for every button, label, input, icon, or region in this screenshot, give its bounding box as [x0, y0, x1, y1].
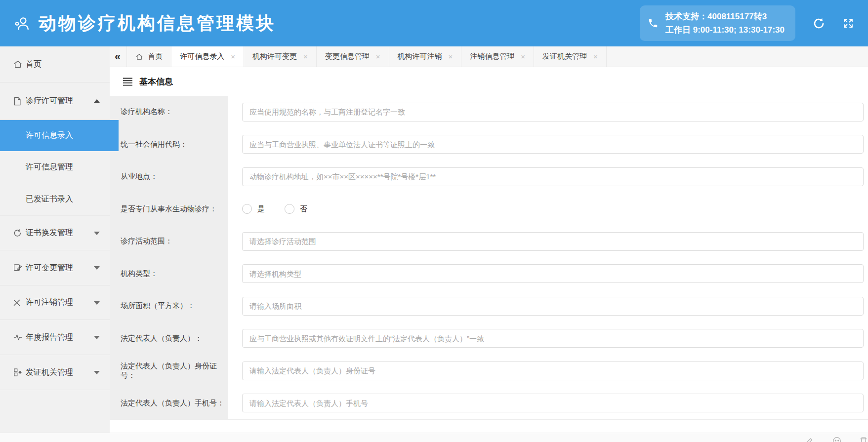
sidebar: 首页 诊疗许可管理 许可信息录入 许可信息管理 已发证书录入 证书换发管理: [0, 46, 110, 433]
pencil-icon: [804, 436, 814, 442]
tab-institution-licence-change[interactable]: 机构许可变更 ×: [244, 46, 317, 67]
close-icon: [13, 299, 21, 307]
tab-label: 发证机关管理: [542, 52, 587, 61]
tab-label: 注销信息管理: [470, 52, 514, 61]
tab-bar: « 首页 许可信息录入 × 机构许可变更 × 变更信息管理 × 机构许可注销 ×: [110, 46, 868, 67]
field-label: 法定代表人（负责人）手机号：: [110, 387, 228, 420]
tab-home[interactable]: 首页: [126, 46, 171, 67]
tab-label: 机构许可注销: [398, 52, 442, 61]
phone-icon: [648, 18, 659, 29]
sidebar-group-issuing-authority[interactable]: 发证机关管理: [0, 355, 110, 390]
section-header: 基本信息: [110, 67, 868, 96]
chevron-down-icon: [94, 371, 100, 374]
sidebar-item-licence-info-entry[interactable]: 许可信息录入: [0, 120, 119, 151]
tab-label: 许可信息录入: [180, 52, 224, 61]
radio-circle-icon: [242, 204, 252, 214]
radio-aquatic-yes[interactable]: 是: [242, 204, 265, 214]
activity-scope-select[interactable]: [242, 232, 864, 251]
user-icon: [14, 15, 31, 31]
refresh-icon[interactable]: [812, 17, 826, 30]
tab-licence-info-entry[interactable]: 许可信息录入 ×: [171, 46, 244, 67]
tab-institution-licence-cancel[interactable]: 机构许可注销 ×: [389, 46, 462, 67]
menu-icon: [123, 78, 133, 86]
sidebar-item-licence-info-management[interactable]: 许可信息管理: [0, 151, 110, 183]
sidebar-item-label: 发证机关管理: [26, 367, 73, 378]
bottom-edge-strip: [0, 433, 868, 442]
credit-code-input[interactable]: [242, 135, 864, 154]
area-input[interactable]: [242, 297, 864, 316]
close-icon[interactable]: ×: [593, 52, 598, 61]
support-info: 技术支持：4008115177转3 工作日 9:00-11:30; 13:30-…: [640, 5, 795, 41]
pulse-icon: [13, 333, 23, 342]
collapse-tabs-icon[interactable]: «: [110, 46, 126, 67]
sidebar-item-label: 许可变更管理: [26, 263, 73, 273]
legal-rep-name-input[interactable]: [242, 329, 864, 348]
app-header: 动物诊疗机构信息管理模块 技术支持：4008115177转3 工作日 9:00-…: [0, 0, 868, 46]
close-icon[interactable]: ×: [376, 52, 380, 61]
chevron-down-icon: [94, 336, 100, 339]
legal-rep-id-input[interactable]: [242, 362, 864, 380]
sidebar-item-home[interactable]: 首页: [0, 46, 110, 82]
page-title: 动物诊疗机构信息管理模块: [39, 11, 276, 36]
radio-label: 是: [257, 204, 265, 214]
fullscreen-icon[interactable]: [842, 17, 854, 29]
field-label: 机构类型：: [110, 258, 228, 290]
field-label: 从业地点：: [110, 161, 228, 193]
sidebar-group-licence-cancellation[interactable]: 许可注销管理: [0, 285, 110, 320]
chevron-down-icon: [94, 301, 100, 305]
field-label: 诊疗活动范围：: [110, 225, 228, 258]
close-icon[interactable]: ×: [449, 52, 453, 61]
support-line2: 工作日 9:00-11:30; 13:30-17:30: [665, 23, 785, 37]
sidebar-item-label: 许可信息录入: [26, 130, 73, 141]
tab-label: 机构许可变更: [252, 52, 297, 61]
close-icon[interactable]: ×: [521, 52, 525, 61]
sidebar-item-label: 许可信息管理: [26, 162, 73, 172]
field-label: 法定代表人（负责人）：: [110, 322, 228, 355]
sidebar-item-label: 证书换发管理: [26, 228, 73, 238]
sidebar-item-label: 许可注销管理: [26, 297, 73, 308]
section-title: 基本信息: [139, 76, 173, 87]
sidebar-group-licence-change[interactable]: 许可变更管理: [0, 250, 110, 285]
tab-label: 变更信息管理: [325, 52, 370, 61]
chevron-down-icon: [94, 266, 100, 270]
clinic-name-input[interactable]: [242, 103, 864, 121]
sidebar-item-label: 年度报告管理: [26, 332, 73, 343]
sidebar-item-label: 已发证书录入: [26, 194, 73, 204]
basic-info-form: 诊疗机构名称： 统一社会信用代码： 从业地点： 是否专门从事水生动物诊疗： 是 …: [110, 96, 868, 420]
tab-issuing-authority-management[interactable]: 发证机关管理 ×: [534, 46, 607, 67]
institution-type-select[interactable]: [242, 264, 864, 283]
sidebar-group-certificate-renewal[interactable]: 证书换发管理: [0, 216, 110, 250]
sidebar-item-issued-certificate-entry[interactable]: 已发证书录入: [0, 183, 110, 216]
sidebar-group-treatment-licence[interactable]: 诊疗许可管理: [0, 82, 110, 120]
document-icon: [13, 96, 22, 106]
close-icon[interactable]: ×: [303, 52, 308, 61]
field-label: 场所面积（平方米）：: [110, 290, 228, 322]
chevron-up-icon: [94, 99, 100, 103]
close-icon[interactable]: ×: [231, 52, 235, 61]
radio-circle-icon: [285, 204, 294, 214]
sidebar-item-label: 诊疗许可管理: [26, 96, 73, 106]
tab-cancel-info-management[interactable]: 注销信息管理 ×: [461, 46, 534, 67]
grid-icon: [13, 367, 23, 377]
home-icon: [135, 53, 143, 61]
support-line1: 技术支持：4008115177转3: [665, 10, 785, 23]
refresh-icon: [13, 228, 22, 238]
sidebar-item-label: 首页: [26, 59, 41, 70]
radio-aquatic-no[interactable]: 否: [285, 204, 307, 214]
tab-label: 首页: [148, 52, 163, 61]
field-label: 诊疗机构名称：: [110, 96, 228, 128]
legal-rep-phone-input[interactable]: [242, 394, 864, 412]
field-label: 统一社会信用代码：: [110, 128, 228, 161]
main-content: « 首页 许可信息录入 × 机构许可变更 × 变更信息管理 × 机构许可注销 ×: [110, 46, 868, 433]
chevron-down-icon: [94, 232, 100, 235]
field-label: 是否专门从事水生动物诊疗：: [110, 193, 228, 226]
smiley-icon: [832, 436, 842, 442]
home-icon: [13, 59, 23, 69]
edit-note-icon: [13, 263, 22, 273]
trash-icon: [859, 436, 868, 442]
field-label: 法定代表人（负责人）身份证号：: [110, 355, 228, 387]
radio-label: 否: [300, 204, 307, 214]
tab-change-info-management[interactable]: 变更信息管理 ×: [317, 46, 389, 67]
sidebar-group-annual-report[interactable]: 年度报告管理: [0, 320, 110, 355]
address-input[interactable]: [242, 167, 864, 186]
